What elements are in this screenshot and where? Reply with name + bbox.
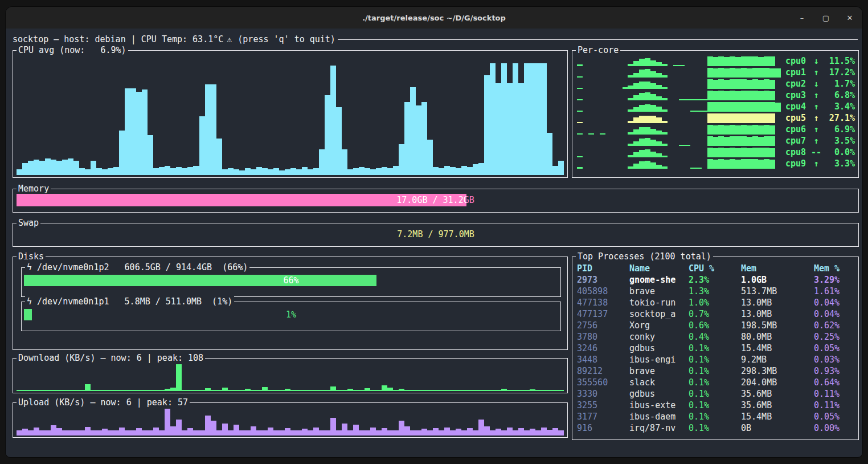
core-name: cpu8 [785, 147, 809, 157]
disk-gauge-label: 1% [24, 309, 558, 320]
trend-arrow-icon: -- [809, 147, 823, 157]
terminal-content: socktop — host: debian | CPU Temp: 63.1°… [6, 29, 862, 457]
cpu-avg-panel: CPU avg (now: 6.9%) [13, 50, 568, 178]
processes-title: Top Processes (2100 total) [576, 251, 713, 262]
memory-gauge: 17.0GB / 31.2GB 17.0GB / 31.2GB [17, 194, 855, 206]
trend-arrow-icon: ↑ [809, 136, 823, 146]
core-row: cpu1↑17.2% [574, 67, 857, 78]
disk-gauge: 66% [24, 275, 558, 286]
core-row: cpu0↓11.5% [574, 55, 857, 67]
disks-panel: Disks ϟ /dev/nvme0n1p2 606.5GB / 914.4GB… [13, 257, 568, 350]
swap-gauge-label: 7.2MB / 977.0MB [17, 228, 855, 241]
disk-icon: ϟ [27, 296, 32, 307]
process-row: 3330gdbus0.1%35.6MB0.11% [572, 388, 858, 400]
core-percent: 1.7% [823, 79, 855, 89]
memory-title: Memory [17, 184, 51, 194]
col-name: Name [629, 263, 689, 274]
core-percent: 6.8% [823, 90, 855, 100]
upload-title: Upload (KB/s) — now: 6 | peak: 57 [17, 397, 190, 408]
process-row: 477138tokio-run1.0%13.0MB0.04% [572, 297, 858, 308]
core-sparkline [577, 101, 781, 112]
process-row: 3177ibus-daem0.1%15.4MB0.05% [572, 411, 858, 422]
disk-gauge-label: 66% [24, 275, 558, 286]
disk-partition-title: /dev/nvme0n1p2 606.5GB / 914.4GB (66%) [32, 262, 248, 272]
col-pid: PID [577, 263, 629, 274]
core-name: cpu6 [785, 124, 809, 135]
col-mem: Mem [741, 263, 814, 274]
core-row: cpu4↑3.4% [574, 101, 857, 112]
swap-title: Swap [17, 218, 40, 228]
process-row: 3448ibus-engi0.1%9.2MB0.03% [572, 354, 858, 365]
trend-arrow-icon: ↑ [809, 90, 823, 100]
col-memp: Mem % [814, 263, 854, 274]
upload-chart [17, 409, 564, 435]
trend-arrow-icon: ↑ [809, 113, 823, 123]
app-status-text: socktop — host: debian | CPU Temp: 63.1°… [13, 34, 223, 44]
core-name: cpu2 [785, 79, 809, 89]
core-row: cpu5↑27.1% [574, 112, 857, 124]
disk-partition-panel: ϟ /dev/nvme0n1p1 5.8MB / 511.0MB (1%) 1% [21, 302, 561, 331]
trend-arrow-icon: ↑ [809, 124, 823, 135]
warning-icon: ⚠ [227, 34, 232, 44]
core-sparkline [577, 113, 781, 123]
core-name: cpu0 [785, 56, 809, 66]
percore-title: Per-core [576, 45, 620, 55]
core-row: cpu2↓1.7% [574, 78, 857, 89]
percore-panel: Per-core cpu0↓11.5% cpu1↑17.2% cpu2↓1.7% [572, 50, 859, 178]
process-table: PID Name CPU % Mem Mem % 2973gnome-she2.… [572, 263, 858, 434]
core-name: cpu7 [785, 136, 809, 146]
window-title: ./target/release/soc ~/D/G/socktop [362, 14, 506, 22]
disk-partition-title: /dev/nvme0n1p1 5.8MB / 511.0MB (1%) [32, 296, 232, 307]
disks-title: Disks [17, 251, 46, 262]
core-row: cpu9↑3.3% [574, 158, 857, 169]
core-sparkline [577, 124, 781, 135]
core-percent: 3.5% [823, 136, 855, 146]
core-percent: 11.5% [823, 56, 855, 66]
col-cpu: CPU % [689, 263, 741, 274]
minimize-icon[interactable]: – [797, 14, 806, 22]
core-row: cpu7↑3.5% [574, 135, 857, 146]
cpu-avg-chart [17, 58, 564, 175]
disk-partition-panel: ϟ /dev/nvme0n1p2 606.5GB / 914.4GB (66%)… [21, 267, 561, 297]
terminal-window: ./target/release/soc ~/D/G/socktop – ▢ ✕… [6, 7, 862, 457]
download-chart [17, 364, 564, 391]
window-controls: – ▢ ✕ [797, 7, 854, 29]
trend-arrow-icon: ↑ [809, 101, 823, 112]
trend-arrow-icon: ↓ [809, 56, 823, 66]
core-row: cpu8--0.0% [574, 146, 857, 158]
trend-arrow-icon: ↑ [809, 158, 823, 169]
quit-hint: (press 'q' to quit) [238, 34, 335, 44]
core-name: cpu9 [785, 158, 809, 169]
core-percent: 3.4% [823, 101, 855, 112]
trend-arrow-icon: ↑ [809, 67, 823, 78]
process-row: 3780conky0.4%80.0MB0.25% [572, 331, 858, 343]
core-sparkline [577, 90, 781, 100]
memory-panel: Memory 17.0GB / 31.2GB 17.0GB / 31.2GB [13, 189, 859, 213]
memory-gauge-fill-labelclip: 17.0GB / 31.2GB [17, 194, 466, 206]
cpu-avg-title: CPU avg (now: 6.9%) [17, 45, 128, 55]
disk-icon: ϟ [27, 262, 32, 272]
swap-panel: Swap 7.2MB / 977.0MB [13, 223, 859, 247]
process-row: 405898brave1.3%513.7MB1.61% [572, 286, 858, 297]
process-row: 89212brave0.1%298.3MB0.93% [572, 365, 858, 377]
core-percent: 27.1% [823, 113, 855, 123]
process-row: 3246gdbus0.1%15.4MB0.05% [572, 343, 858, 354]
close-icon[interactable]: ✕ [845, 14, 854, 22]
download-panel: Download (KB/s) — now: 6 | peak: 108 [13, 358, 568, 393]
app-header: socktop — host: debian | CPU Temp: 63.1°… [13, 34, 858, 44]
process-row: 477137socktop_a0.7%13.0MB0.04% [572, 308, 858, 320]
core-sparkline [577, 147, 781, 157]
window-titlebar[interactable]: ./target/release/soc ~/D/G/socktop – ▢ ✕ [6, 7, 862, 29]
core-percent: 6.9% [823, 124, 855, 135]
maximize-icon[interactable]: ▢ [821, 14, 830, 22]
processes-panel: Top Processes (2100 total) PID Name CPU … [572, 257, 859, 440]
core-sparkline [577, 79, 781, 89]
download-title: Download (KB/s) — now: 6 | peak: 108 [17, 353, 205, 363]
core-sparkline [577, 158, 781, 169]
upload-panel: Upload (KB/s) — now: 6 | peak: 57 [13, 402, 568, 438]
percore-rows: cpu0↓11.5% cpu1↑17.2% cpu2↓1.7% cpu3↑6.8… [574, 55, 857, 169]
process-row: 2973gnome-she2.3%1.0GB3.29% [572, 274, 858, 286]
process-row: 355560slack0.1%204.0MB0.64% [572, 377, 858, 388]
core-name: cpu4 [785, 101, 809, 112]
disk-gauge: 1% [24, 309, 558, 320]
